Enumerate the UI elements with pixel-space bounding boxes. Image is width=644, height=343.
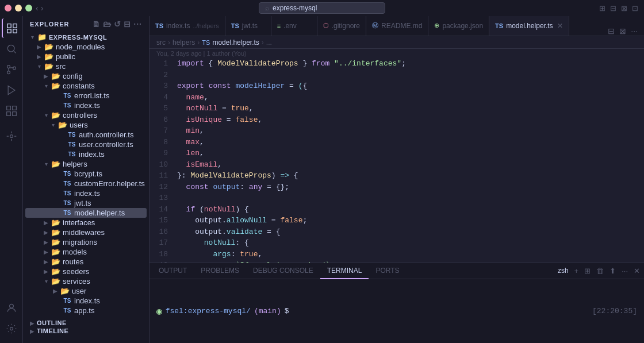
breadcrumb-file: model.helper.ts xyxy=(212,38,259,47)
sidebar-item-timeline[interactable]: ▶ TIMELINE xyxy=(25,327,147,335)
sidebar-item-middlewares[interactable]: ▶ 📂 middlewares xyxy=(25,228,147,237)
tab-jwt-ts[interactable]: TS jwt.ts xyxy=(225,16,271,36)
git-activity[interactable] xyxy=(2,60,21,79)
sidebar-item-migrations[interactable]: ▶ 📂 migrations xyxy=(25,237,147,247)
sidebar-item-config[interactable]: ▶ 📂 config xyxy=(25,71,147,81)
sidebar-item-routes[interactable]: ▶ 📂 routes xyxy=(25,257,147,267)
sidebar-item-constants[interactable]: ▾ 📂 constants xyxy=(25,81,147,91)
tree-root[interactable]: ▾ 📁 EXPRESS-MYSQL xyxy=(25,32,147,42)
extensions-activity[interactable] xyxy=(2,101,21,121)
sidebar-item-helpers[interactable]: ▾ 📂 helpers xyxy=(25,159,147,169)
maximize-button[interactable] xyxy=(25,5,32,11)
close-button[interactable] xyxy=(5,5,12,11)
trash-icon[interactable]: 🗑 xyxy=(595,265,605,276)
breadcrumb-sep-2: › xyxy=(197,38,200,47)
tree-label-timeline: TIMELINE xyxy=(37,327,147,334)
terminal-prompt: ◉ fsel:express-mysql/ (main) $ xyxy=(156,306,289,317)
more-icon[interactable]: ··· xyxy=(133,20,142,29)
ln-15: 15 xyxy=(150,215,168,226)
forward-arrow[interactable]: › xyxy=(41,3,44,13)
tree-label-nm: node_modules xyxy=(56,43,147,51)
ln-13: 13 xyxy=(150,192,168,204)
new-file-icon[interactable]: 🗎 xyxy=(92,20,101,29)
explorer-activity[interactable] xyxy=(2,18,21,38)
breadcrumb: src › helpers › TS model.helper.ts › ... xyxy=(150,36,644,49)
tab-label-readme: README.md xyxy=(381,22,422,30)
search-activity[interactable] xyxy=(2,39,21,59)
panel-tab-output[interactable]: OUTPUT xyxy=(152,263,194,279)
sidebar-item-errorlist[interactable]: ▶ TS errorList.ts xyxy=(25,91,147,101)
new-terminal-icon[interactable]: + xyxy=(573,265,581,276)
layout-icon-3[interactable]: ⊠ xyxy=(620,3,628,14)
sidebar-item-models[interactable]: ▶ 📂 models xyxy=(25,247,147,257)
folder-icon-config: 📂 xyxy=(51,72,61,80)
sidebar-item-helpers-index[interactable]: ▶ TS index.ts xyxy=(25,188,147,198)
sidebar-item-customerror[interactable]: ▶ TS customError.helper.ts xyxy=(25,179,147,188)
tab-env[interactable]: ≡ .env xyxy=(271,16,317,36)
tab-index-ts[interactable]: TS index.ts ../helpers xyxy=(150,16,225,36)
panel-tab-icons: zsh + ⊞ 🗑 ⬆ ··· ✕ xyxy=(556,265,642,276)
panel-tab-ports[interactable]: PORTS xyxy=(369,263,406,279)
refresh-icon[interactable]: ↺ xyxy=(114,20,121,29)
more-panel-icon[interactable]: ··· xyxy=(620,265,630,276)
account-icon[interactable] xyxy=(2,298,21,318)
split-editor-icon[interactable]: ⊟ xyxy=(606,26,616,36)
breadcrumb-toggle[interactable]: ⊠ xyxy=(618,26,628,36)
sidebar-item-model-helper[interactable]: ▶ TS model.helper.ts xyxy=(25,208,147,218)
more-icon-tab[interactable]: ··· xyxy=(629,26,639,36)
code-line-18: args: true, xyxy=(177,249,644,260)
terminal-content[interactable]: ◉ fsel:express-mysql/ (main) $ [22:20:35… xyxy=(150,279,644,343)
sidebar-item-public[interactable]: ▶ 📂 public xyxy=(25,52,147,61)
sidebar-item-services-index[interactable]: ▶ TS index.ts xyxy=(25,296,147,306)
layout-icon-1[interactable]: ⊞ xyxy=(598,3,607,14)
sidebar-item-services[interactable]: ▾ 📂 services xyxy=(25,276,147,286)
sidebar-item-auth-ctrl[interactable]: ▶ TS auth.controller.ts xyxy=(25,130,147,140)
tab-readme[interactable]: Ⓜ README.md xyxy=(366,16,428,36)
sidebar-item-controllers[interactable]: ▾ 📂 controllers xyxy=(25,110,147,120)
ln-3: 3 xyxy=(150,80,168,92)
sidebar-item-ctrl-index[interactable]: ▶ TS index.ts xyxy=(25,149,147,159)
sidebar-item-constants-index[interactable]: ▶ TS index.ts xyxy=(25,101,147,110)
sidebar-item-user-service[interactable]: ▶ 📂 user xyxy=(25,286,147,296)
editor-scroll[interactable]: 1 2 3 4 5 6 7 8 9 10 11 12 13 14 xyxy=(150,58,644,263)
tab-close-modelhelper[interactable]: ✕ xyxy=(557,22,563,30)
tab-packagejson[interactable]: ⊕ package.json xyxy=(428,16,489,36)
new-folder-icon[interactable]: 🗁 xyxy=(103,20,112,29)
terminal-time: [22:20:35] xyxy=(592,307,637,315)
maximize-panel-icon[interactable]: ⬆ xyxy=(608,265,618,276)
sidebar-item-bcrypt[interactable]: ▶ TS bcrypt.ts xyxy=(25,169,147,179)
sidebar-item-users[interactable]: ▾ 📂 users xyxy=(25,120,147,130)
sidebar-item-jwt[interactable]: ▶ TS jwt.ts xyxy=(25,198,147,208)
tab-model-helper[interactable]: TS model.helper.ts ✕ xyxy=(489,16,569,36)
sidebar-item-user-ctrl[interactable]: ▶ TS user.controller.ts xyxy=(25,140,147,149)
code-line-12: const output: any = {}; xyxy=(177,182,644,193)
layout-icon-2[interactable]: ⊟ xyxy=(609,3,618,14)
remote-activity[interactable] xyxy=(2,126,21,146)
folder-icon-models: 📂 xyxy=(51,248,61,256)
split-terminal-icon[interactable]: ⊞ xyxy=(582,265,592,276)
sidebar-item-seeders[interactable]: ▶ 📂 seeders xyxy=(25,267,147,276)
debug-activity[interactable] xyxy=(2,80,21,100)
back-arrow[interactable]: ‹ xyxy=(36,3,39,13)
sidebar-item-outline[interactable]: ▶ OUTLINE xyxy=(25,319,147,327)
tab-gitignore[interactable]: ⬡ .gitignore xyxy=(317,16,366,36)
close-panel-icon[interactable]: ✕ xyxy=(632,265,642,276)
sidebar-item-interfaces[interactable]: ▶ 📂 interfaces xyxy=(25,218,147,228)
panel-tab-debug[interactable]: DEBUG CONSOLE xyxy=(246,263,320,279)
folder-icon-ctrl: 📂 xyxy=(51,111,61,120)
settings-icon[interactable] xyxy=(2,319,21,338)
layout-icon-4[interactable]: ⊡ xyxy=(631,3,639,14)
tree-arrow-mig: ▶ xyxy=(41,239,51,245)
search-bar[interactable]: ⌕ express-mysql xyxy=(259,2,385,14)
sidebar-item-node-modules[interactable]: ▶ 📂 node_modules xyxy=(25,42,147,52)
minimize-button[interactable] xyxy=(15,5,22,11)
code-content[interactable]: import { ModelValidateProps } from "../i… xyxy=(172,58,644,263)
folder-icon-constants: 📂 xyxy=(51,82,61,90)
panel-tab-terminal[interactable]: TERMINAL xyxy=(320,263,369,279)
search-icon: ⌕ xyxy=(265,4,269,12)
sidebar-item-src[interactable]: ▾ 📂 src xyxy=(25,61,147,71)
panel-tab-problems[interactable]: PROBLEMS xyxy=(194,263,246,279)
collapse-icon[interactable]: ⊟ xyxy=(124,20,131,29)
breadcrumb-file-icon: TS xyxy=(202,39,210,46)
sidebar-item-app-ts[interactable]: ▶ TS app.ts xyxy=(25,306,147,315)
